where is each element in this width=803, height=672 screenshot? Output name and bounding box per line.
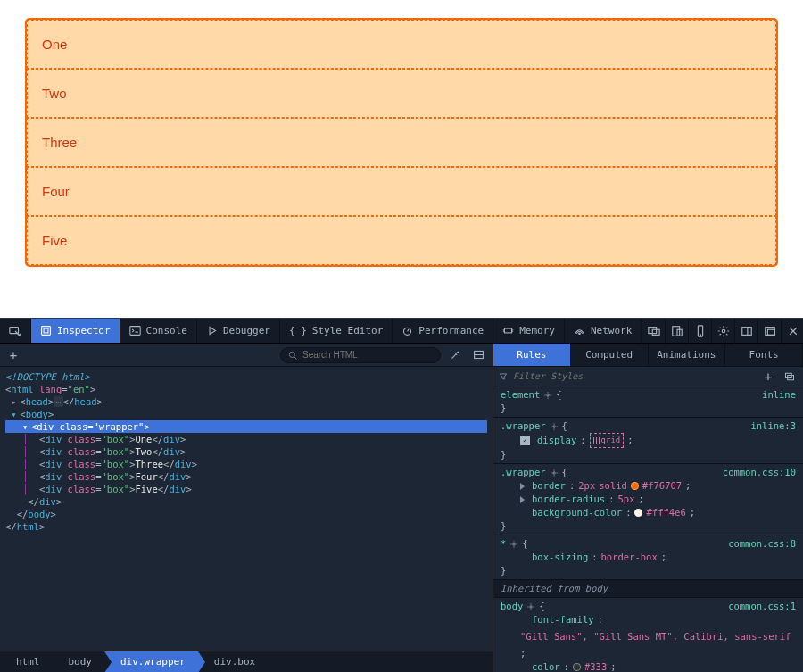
subtab-rules[interactable]: Rules (493, 344, 571, 366)
selector[interactable]: .wrapper (501, 419, 546, 433)
toggle-split-icon[interactable] (469, 347, 487, 363)
add-node-button[interactable]: + (5, 348, 21, 362)
rule-wrapper-common: .wrapper {common.css:10 border: 2px soli… (493, 464, 803, 535)
rule-wrapper-inline: .wrapper {inline:3 ✓display: grid; } (493, 418, 803, 464)
iframe-picker-icon[interactable] (642, 319, 665, 344)
css-declaration[interactable]: box-sizing: border-box; (501, 551, 796, 564)
dock-window-icon[interactable] (757, 319, 781, 344)
breadcrumb-item[interactable]: body (53, 651, 105, 672)
filter-icon (499, 372, 508, 381)
svg-rect-5 (505, 328, 512, 333)
responsive-mode-icon[interactable] (665, 319, 688, 344)
grid-highlight-toggle[interactable]: grid (590, 433, 625, 448)
mobile-icon[interactable] (688, 319, 711, 344)
selector[interactable]: element (501, 388, 540, 402)
rules-pane: Rules Computed Animations Fonts + elemen… (493, 344, 803, 672)
css-declaration[interactable]: font-family: "Gill Sans", "Gill Sans MT"… (501, 613, 796, 660)
close-devtools-icon[interactable] (781, 319, 803, 344)
svg-point-22 (552, 425, 555, 427)
tab-performance[interactable]: Performance (393, 319, 493, 343)
subtab-fonts[interactable]: Fonts (725, 344, 803, 366)
svg-rect-9 (673, 326, 680, 336)
selector-highlight-icon[interactable] (550, 422, 559, 431)
devtools-panel: Inspector Console Debugger { } Style Edi… (0, 318, 803, 672)
tab-debugger[interactable]: Debugger (197, 319, 280, 343)
selector-highlight-icon[interactable] (543, 391, 552, 400)
rule-star: * {common.css:8 box-sizing: border-box; … (493, 535, 803, 580)
rule-source[interactable]: common.css:8 (728, 537, 796, 551)
rule-source[interactable]: inline:3 (750, 419, 796, 433)
add-rule-button[interactable]: + (760, 369, 776, 384)
selector-highlight-icon[interactable] (509, 540, 518, 549)
breadcrumb-item[interactable]: div.box (198, 651, 268, 672)
search-html-input[interactable] (302, 350, 433, 360)
rules-list[interactable]: element {inline } .wrapper {inline:3 ✓di… (493, 386, 803, 672)
rule-body: body {common.css:1 font-family: "Gill Sa… (493, 598, 803, 672)
subtab-computed[interactable]: Computed (571, 344, 649, 366)
tab-label: Console (146, 325, 187, 336)
subtab-animations[interactable]: Animations (649, 344, 726, 366)
selected-dom-node[interactable]: ▾<div class="wrapper"> (5, 420, 487, 433)
rule-element: element {inline } (493, 386, 803, 418)
expand-shorthand-icon[interactable] (520, 496, 525, 503)
dock-side-icon[interactable] (734, 319, 757, 344)
toolbar-right-icons (642, 319, 803, 343)
svg-point-17 (289, 352, 294, 357)
svg-rect-2 (44, 328, 48, 333)
svg-rect-15 (766, 327, 775, 335)
dom-tree[interactable]: <!DOCTYPE html> <html lang="en"> ▸<head>… (0, 367, 493, 651)
tab-label: Network (591, 325, 632, 336)
css-declaration[interactable]: ✓display: grid; (501, 433, 796, 448)
selector-highlight-icon[interactable] (526, 602, 535, 611)
markup-toolbar: + (0, 344, 493, 367)
breadcrumb-item[interactable]: html (0, 651, 53, 672)
doctype-node: <!DOCTYPE html> (5, 371, 90, 382)
rule-source[interactable]: common.css:1 (728, 600, 796, 613)
breadcrumb-item-active[interactable]: div.wrapper (104, 651, 198, 672)
svg-point-13 (722, 329, 725, 333)
svg-point-25 (530, 605, 533, 608)
tab-inspector[interactable]: Inspector (31, 319, 120, 343)
tab-label: Inspector (57, 325, 111, 336)
color-swatch[interactable] (634, 509, 642, 517)
markup-pane: + <!DOCTYPE html> <html lang="en"> ▸<hea… (0, 344, 493, 672)
inherited-from-header: Inherited from body (493, 580, 803, 598)
search-html-box[interactable] (280, 347, 441, 363)
element-picker-button[interactable] (0, 319, 31, 343)
grid-box: Three (27, 118, 776, 167)
grid-box: Four (27, 167, 776, 216)
svg-rect-14 (742, 327, 752, 335)
selector-highlight-icon[interactable] (550, 469, 559, 477)
devtools-toolbar: Inspector Console Debugger { } Style Edi… (0, 319, 803, 344)
tab-memory[interactable]: Memory (493, 319, 565, 343)
svg-rect-3 (129, 327, 139, 336)
tab-network[interactable]: Network (565, 319, 642, 343)
selector[interactable]: body (501, 600, 523, 613)
breadcrumb-bar: html body div.wrapper div.box (0, 651, 493, 672)
eyedropper-icon[interactable] (446, 347, 464, 363)
css-declaration[interactable]: background-color: #fff4e6; (501, 506, 796, 519)
css-declaration[interactable]: color: #333; (501, 660, 796, 672)
css-declaration[interactable]: border-radius: 5px; (501, 493, 796, 506)
rule-source[interactable]: inline (762, 388, 796, 402)
grid-box: Five (27, 216, 776, 265)
selector[interactable]: * (501, 537, 506, 551)
settings-icon[interactable] (711, 319, 734, 344)
css-declaration[interactable]: border: 2px solid #f76707; (501, 479, 796, 493)
color-swatch[interactable] (573, 663, 581, 671)
tab-style-editor[interactable]: { } Style Editor (280, 319, 393, 343)
selector[interactable]: .wrapper (501, 466, 546, 479)
tab-console[interactable]: Console (120, 319, 197, 343)
expand-shorthand-icon[interactable] (520, 483, 525, 490)
rule-source[interactable]: common.css:10 (723, 466, 796, 479)
toggle-classes-icon[interactable] (782, 371, 798, 382)
tab-label: Debugger (223, 325, 270, 336)
toggle-declaration-checkbox[interactable]: ✓ (520, 436, 530, 445)
tab-label: Performance (418, 325, 484, 336)
search-icon (288, 351, 297, 360)
color-swatch[interactable] (631, 482, 639, 490)
svg-point-12 (700, 334, 700, 335)
grid-box: One (27, 20, 776, 69)
svg-rect-16 (767, 329, 774, 335)
filter-styles-input[interactable] (513, 371, 755, 381)
